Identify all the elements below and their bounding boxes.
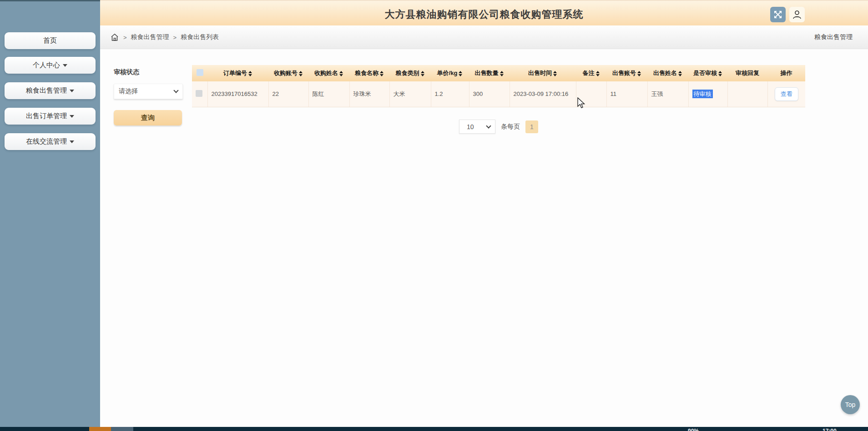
col-sell-time[interactable]: 出售时间 bbox=[510, 65, 576, 81]
chevron-down-icon bbox=[70, 115, 74, 118]
breadcrumb: > 粮食出售管理 > 粮食出售列表 bbox=[110, 33, 219, 42]
page-size-value: 10 bbox=[467, 123, 474, 130]
col-grain-type[interactable]: 粮食类别 bbox=[389, 65, 431, 81]
col-remark[interactable]: 备注 bbox=[576, 65, 606, 81]
grain-sale-table: 订单编号 收购账号 收购姓名 粮食名称 粮食类别 单价/kg 出售数量 出售时间… bbox=[192, 65, 805, 107]
statusbar-clock: 17:00 bbox=[823, 428, 837, 431]
page-size-select[interactable]: 10 bbox=[459, 120, 495, 134]
sort-icon bbox=[500, 71, 504, 76]
sort-icon bbox=[380, 71, 384, 76]
chevron-down-icon bbox=[63, 64, 67, 67]
cell-select bbox=[192, 81, 207, 107]
back-to-top-button[interactable]: Top bbox=[841, 395, 860, 414]
sort-icon bbox=[339, 71, 343, 76]
sort-icon bbox=[421, 71, 425, 76]
chevron-down-icon bbox=[486, 123, 491, 128]
sidebar: 首页 个人中心 粮食出售管理 出售订单管理 在线交流管理 bbox=[0, 0, 100, 427]
cell-seller-account: 11 bbox=[606, 81, 647, 107]
status-badge: 待审核 bbox=[692, 90, 713, 98]
select-value: 请选择 bbox=[119, 87, 138, 95]
sidebar-item-sale-order-mgmt[interactable]: 出售订单管理 bbox=[5, 108, 96, 125]
status-bar: 90% 17:00 bbox=[0, 427, 868, 431]
view-button[interactable]: 查看 bbox=[775, 87, 798, 101]
home-icon[interactable] bbox=[110, 33, 119, 42]
col-buyer-name[interactable]: 收购姓名 bbox=[308, 65, 349, 81]
audit-status-select[interactable]: 请选择 bbox=[114, 84, 183, 99]
table-row: 20233917016532 22 陈红 珍珠米 大米 1.2 300 2023… bbox=[192, 81, 805, 107]
table-header-row: 订单编号 收购账号 收购姓名 粮食名称 粮食类别 单价/kg 出售数量 出售时间… bbox=[192, 65, 805, 81]
cell-unit-price: 1.2 bbox=[431, 81, 469, 107]
cell-audit-status: 待审核 bbox=[688, 81, 727, 107]
filter-status-label: 审核状态 bbox=[114, 68, 139, 76]
cell-buyer-name: 陈红 bbox=[308, 81, 349, 107]
cell-seller-name: 王强 bbox=[647, 81, 688, 107]
cell-order-no: 20233917016532 bbox=[207, 81, 268, 107]
page: 首页 个人中心 粮食出售管理 出售订单管理 在线交流管理 大方县粮油购销有限公司… bbox=[0, 0, 868, 431]
page-number-button[interactable]: 1 bbox=[525, 120, 538, 133]
search-button[interactable]: 查询 bbox=[114, 110, 182, 125]
sort-icon bbox=[459, 71, 463, 76]
sort-icon bbox=[299, 71, 303, 76]
sort-icon bbox=[637, 71, 641, 76]
cell-audit-reply bbox=[727, 81, 767, 107]
sidebar-item-label: 粮食出售管理 bbox=[26, 86, 67, 95]
sidebar-item-online-chat-mgmt[interactable]: 在线交流管理 bbox=[5, 133, 96, 150]
sidebar-item-grain-sale-mgmt[interactable]: 粮食出售管理 bbox=[5, 82, 96, 99]
col-seller-name[interactable]: 出售姓名 bbox=[647, 65, 688, 81]
sidebar-item-label: 首页 bbox=[43, 36, 57, 45]
sort-icon bbox=[596, 71, 600, 76]
breadcrumb-item-grain-sale-list[interactable]: 粮食出售列表 bbox=[181, 33, 219, 41]
sort-icon bbox=[248, 71, 252, 76]
col-order-no[interactable]: 订单编号 bbox=[207, 65, 268, 81]
col-grain-name[interactable]: 粮食名称 bbox=[349, 65, 389, 81]
sidebar-item-personal-center[interactable]: 个人中心 bbox=[5, 57, 96, 74]
sort-icon bbox=[553, 71, 557, 76]
cell-quantity: 300 bbox=[469, 81, 510, 107]
header-select-all bbox=[192, 65, 207, 81]
col-seller-account[interactable]: 出售账号 bbox=[606, 65, 647, 81]
page-title: 大方县粮油购销有限公司粮食收购管理系统 bbox=[100, 8, 868, 21]
cell-buyer-account: 22 bbox=[268, 81, 308, 107]
cell-sell-time: 2023-03-09 17:00:16 bbox=[510, 81, 576, 107]
col-buyer-account[interactable]: 收购账号 bbox=[268, 65, 308, 81]
chevron-down-icon bbox=[70, 140, 74, 143]
cell-remark bbox=[576, 81, 606, 107]
statusbar-gray-segment bbox=[111, 427, 133, 431]
per-page-label: 条每页 bbox=[501, 123, 520, 131]
app-header: 大方县粮油购销有限公司粮食收购管理系统 bbox=[100, 0, 868, 25]
sidebar-item-label: 在线交流管理 bbox=[26, 137, 67, 146]
fullscreen-expand-icon bbox=[773, 10, 782, 19]
sort-icon bbox=[678, 71, 682, 76]
sidebar-item-home[interactable]: 首页 bbox=[5, 32, 96, 49]
col-audit-status[interactable]: 是否审核 bbox=[688, 65, 727, 81]
cell-actions: 查看 bbox=[767, 81, 805, 107]
chevron-down-icon bbox=[70, 90, 74, 92]
cell-grain-type: 大米 bbox=[389, 81, 431, 107]
current-module-label: 粮食出售管理 bbox=[814, 33, 853, 41]
breadcrumb-separator: > bbox=[173, 34, 177, 41]
cell-grain-name: 珍珠米 bbox=[349, 81, 389, 107]
row-checkbox[interactable] bbox=[196, 90, 202, 97]
sidebar-item-label: 出售订单管理 bbox=[26, 112, 67, 120]
main-content: 审核状态 请选择 查询 订单编号 收购账号 收购姓名 粮食名称 粮食类别 bbox=[100, 49, 868, 427]
chevron-down-icon bbox=[173, 88, 178, 93]
statusbar-orange-segment bbox=[89, 427, 111, 431]
select-all-checkbox[interactable] bbox=[197, 69, 203, 76]
breadcrumb-bar: > 粮食出售管理 > 粮食出售列表 粮食出售管理 bbox=[100, 25, 868, 49]
col-unit-price[interactable]: 单价/kg bbox=[431, 65, 469, 81]
fullscreen-button[interactable] bbox=[770, 7, 786, 22]
sidebar-item-label: 个人中心 bbox=[33, 61, 60, 70]
col-audit-reply: 审核回复 bbox=[727, 65, 767, 81]
statusbar-zoom-level: 90% bbox=[688, 428, 699, 431]
sort-icon bbox=[718, 71, 722, 76]
breadcrumb-item-grain-sale-mgmt[interactable]: 粮食出售管理 bbox=[131, 33, 169, 41]
user-icon bbox=[792, 10, 802, 20]
pagination: 10 条每页 1 bbox=[192, 120, 805, 134]
col-quantity[interactable]: 出售数量 bbox=[469, 65, 510, 81]
user-profile-button[interactable] bbox=[789, 7, 805, 22]
breadcrumb-separator: > bbox=[123, 34, 127, 41]
col-actions: 操作 bbox=[767, 65, 805, 81]
